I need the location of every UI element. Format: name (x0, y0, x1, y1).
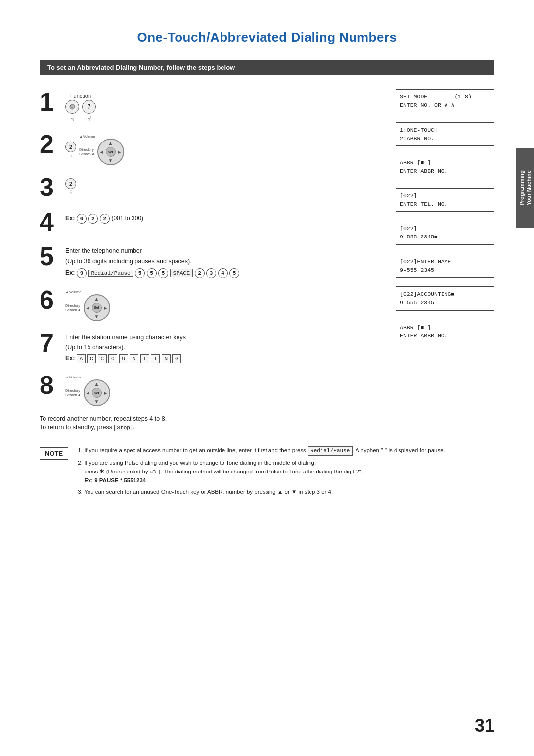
step-5-content: Enter the telephone number (Up to 36 dig… (65, 243, 376, 278)
step-8-content: ▲Volume Directory-Search◄ ▲ ▼ ◄ ► Set (65, 372, 376, 406)
step-7-row: 7 Enter the station name using character… (40, 330, 376, 364)
num-2-group: 2 ☟ (65, 142, 76, 158)
step-5-text2: (Up to 36 digits including pauses and sp… (65, 257, 376, 266)
key-5a: 5 (135, 268, 145, 278)
finger-1b: ☟ (87, 114, 91, 122)
lcd-5: [022]9-555 2345■ (396, 221, 494, 245)
redial-pause-note: Redial/Pause (308, 446, 353, 456)
finger-1a: ☟ (70, 114, 75, 122)
subtitle-bar: To set an Abbreviated Dialing Number, fo… (40, 60, 494, 75)
key-9: 9 (77, 268, 87, 278)
set-btn-6[interactable]: Set (92, 303, 102, 313)
step-1-row: 1 Function (40, 89, 376, 122)
note-content: If you require a special access number t… (76, 446, 445, 500)
nav-up-8: ▲ (94, 381, 99, 387)
redial-pause-btn[interactable]: Redial/Pause (88, 270, 133, 277)
step-6-illus: ▲Volume Directory-Search◄ ▲ ▼ ◄ ► Set (65, 290, 376, 321)
lcd-8: ABBR [■ ]ENTER ABBR NO. (396, 320, 494, 344)
key-2a: 2 (88, 214, 98, 224)
lcd-3: ABBR [■ ]ENTER ABBR NO. (396, 155, 494, 179)
step-2-row: 2 2 ☟ ▲Volume (40, 131, 376, 165)
char-A: A (77, 354, 86, 363)
step-4-number: 4 (40, 209, 58, 235)
step-5-number: 5 (40, 243, 58, 269)
key-7-btn[interactable]: 7 (82, 100, 96, 114)
svg-point-0 (70, 104, 75, 109)
step-3-number: 3 (40, 174, 58, 200)
char-C1: C (87, 354, 96, 363)
step-4-range: (001 to 300) (111, 215, 143, 222)
key-5b: 5 (147, 268, 157, 278)
step-1-illus: Function ☟ 7 (65, 92, 376, 122)
set-btn-2[interactable]: Set (106, 147, 116, 157)
note-section: NOTE If you require a special access num… (40, 446, 494, 500)
function-label: Function (70, 93, 91, 99)
char-C2: C (98, 354, 107, 363)
key-2-btn-step2[interactable]: 2 (65, 142, 76, 152)
step-6-row: 6 ▲Volume Directory-Search◄ ▲ ▼ (40, 287, 376, 321)
right-column: SET MODE (1-8)ENTER NO. OR ∨ ∧ 1:ONE-TOU… (396, 89, 494, 431)
lcd-7: [022]ACCOUNTING■9-555 2345 (396, 286, 494, 311)
step-4-ex-label: Ex: (65, 215, 77, 222)
step-7-ex-label: Ex: (65, 355, 77, 362)
step-7-content: Enter the station name using character k… (65, 330, 376, 364)
key-2b: 2 (100, 214, 110, 224)
char-I: I (151, 354, 160, 363)
sidebar-label: ProgrammingYour Machine (518, 170, 533, 206)
char-U: U (119, 354, 128, 363)
step-3-illus: 2 ☟ (65, 177, 376, 195)
step-4-content: Ex: 0 2 2 (001 to 300) (65, 209, 376, 224)
lcd-8-text: ABBR [■ ]ENTER ABBR NO. (400, 324, 448, 339)
nav-up-2: ▲ (108, 141, 113, 146)
nav-down-6: ▼ (94, 314, 99, 319)
lcd-4: [022]ENTER TEL. NO. (396, 188, 494, 212)
page-number: 31 (475, 715, 494, 736)
step-7-text2: (Up to 15 characters). (65, 343, 376, 352)
char-N: N (130, 354, 138, 363)
step-3-content: 2 ☟ (65, 174, 376, 195)
nav-down-8: ▼ (94, 399, 99, 404)
step-5-text1: Enter the telephone number (65, 246, 376, 256)
step-8-illus: ▲Volume Directory-Search◄ ▲ ▼ ◄ ► Set (65, 375, 376, 406)
dir-label-2: Directory-Search◄ (79, 147, 95, 156)
note-label: NOTE (40, 447, 68, 460)
vol-label-2: ▲Volume (79, 134, 95, 139)
step-8-number: 8 (40, 372, 58, 398)
key-2-btn-step3[interactable]: 2 (65, 178, 76, 189)
lcd-5-text: [022]9-555 2345■ (400, 225, 438, 240)
step-4-row: 4 Ex: 0 2 2 (001 to 300) (40, 209, 376, 235)
step-2-number: 2 (40, 131, 58, 157)
key-5c: 5 (158, 268, 168, 278)
step-7-text1: Enter the station name using character k… (65, 333, 376, 342)
nav-down-2: ▼ (108, 158, 113, 163)
step-2-content: 2 ☟ ▲Volume Directory-Search◄ ▲ (65, 131, 376, 165)
left-column: 1 Function (40, 89, 376, 431)
lcd-4-text: [022]ENTER TEL. NO. (400, 192, 448, 207)
step-5-row: 5 Enter the telephone number (Up to 36 d… (40, 243, 376, 278)
step-6-number: 6 (40, 287, 58, 313)
nav-pad-step8[interactable]: ▲ ▼ ◄ ► Set (84, 379, 110, 406)
page-container: ProgrammingYour Machine One-Touch/Abbrev… (0, 0, 534, 756)
note-item-3: You can search for an unused One-Touch k… (84, 488, 445, 497)
lcd-1: SET MODE (1-8)ENTER NO. OR ∨ ∧ (396, 89, 494, 113)
note-item-1: If you require a special access number t… (84, 446, 445, 456)
lcd-7-text: [022]ACCOUNTING■9-555 2345 (400, 291, 454, 306)
key-5d: 5 (229, 268, 239, 278)
nav-pad-step6[interactable]: ▲ ▼ ◄ ► Set (84, 294, 110, 321)
sidebar-tab: ProgrammingYour Machine (516, 148, 534, 228)
nav-right-6: ► (103, 305, 108, 310)
char-O: O (108, 354, 117, 363)
step-7-ex: Ex: A C C O U N T I N G (65, 354, 376, 363)
lcd-6: [022]ENTER NAME9-555 2345 (396, 254, 494, 278)
note-item-2-ex: Ex: 9 PAUSE * 5551234 (84, 477, 146, 483)
set-btn-8[interactable]: Set (92, 388, 102, 398)
function-btn[interactable] (65, 100, 79, 114)
step-5-ex: Ex: 9 Redial/Pause 5 5 5 SPACE 2 3 4 5 (65, 268, 376, 278)
nav-pad-step2[interactable]: ▲ ▼ ◄ ► Set (97, 139, 124, 165)
finger-2a: ☟ (70, 153, 72, 158)
nav-right-2: ► (117, 149, 122, 155)
step-1-number: 1 (40, 89, 58, 115)
step-4-ex: Ex: 0 2 2 (001 to 300) (65, 214, 376, 224)
vol-label-8: ▲Volume (65, 375, 81, 379)
lcd-3-text: ABBR [■ ]ENTER ABBR NO. (400, 159, 448, 174)
